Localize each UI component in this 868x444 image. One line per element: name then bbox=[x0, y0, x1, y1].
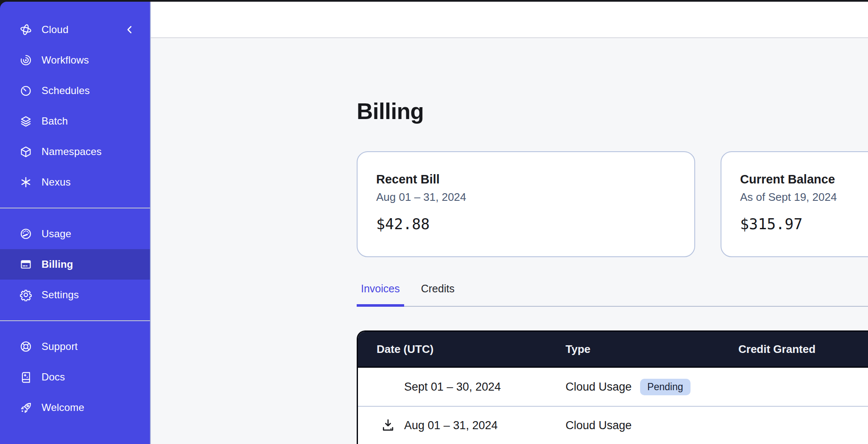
billing-card-icon bbox=[19, 258, 32, 271]
table-row: Sept 01 – 30, 2024 Cloud Usage Pending bbox=[358, 368, 868, 406]
sidebar-item-label: Workflows bbox=[42, 54, 89, 66]
app-frame: Cloud Workflows bbox=[0, 2, 868, 444]
docs-book-icon bbox=[19, 371, 32, 383]
invoices-table-header: Date (UTC) Type Credit Granted bbox=[358, 332, 868, 368]
summary-cards: Recent Bill Aug 01 – 31, 2024 $42.88 Cur… bbox=[357, 151, 868, 257]
temporal-logo-icon bbox=[19, 23, 32, 36]
tab-credits[interactable]: Credits bbox=[417, 283, 459, 306]
invoice-date: Aug 01 – 31, 2024 bbox=[404, 419, 498, 432]
sidebar-item-settings[interactable]: Settings bbox=[0, 280, 150, 310]
icon-spacer bbox=[380, 378, 397, 395]
column-header-date: Date (UTC) bbox=[358, 343, 566, 356]
workflows-icon bbox=[19, 54, 32, 67]
invoice-date-cell: Sept 01 – 30, 2024 bbox=[358, 378, 566, 395]
invoice-type: Cloud Usage bbox=[566, 419, 632, 432]
app-window: Cloud Workflows bbox=[0, 0, 868, 444]
schedules-icon bbox=[19, 84, 32, 97]
sidebar-item-support[interactable]: Support bbox=[0, 331, 150, 362]
sidebar: Cloud Workflows bbox=[0, 2, 151, 444]
status-badge: Pending bbox=[640, 379, 690, 395]
sidebar-item-label: Settings bbox=[42, 289, 79, 301]
card-title: Recent Bill bbox=[376, 172, 676, 186]
sidebar-item-namespaces[interactable]: Namespaces bbox=[0, 136, 150, 167]
billing-tabs: Invoices Credits bbox=[357, 283, 868, 307]
card-subtitle: As of Sept 19, 2024 bbox=[740, 191, 868, 204]
sidebar-item-label: Billing bbox=[42, 258, 73, 270]
welcome-rocket-icon bbox=[19, 401, 32, 414]
table-row: Aug 01 – 31, 2024 Cloud Usage bbox=[358, 406, 868, 444]
sidebar-item-docs[interactable]: Docs bbox=[0, 362, 150, 392]
sidebar-item-label: Docs bbox=[42, 371, 65, 383]
sidebar-item-schedules[interactable]: Schedules bbox=[0, 75, 150, 106]
column-header-credit-granted: Credit Granted bbox=[738, 343, 868, 356]
sidebar-item-welcome[interactable]: Welcome bbox=[0, 392, 150, 423]
sidebar-divider bbox=[0, 208, 150, 208]
namespaces-cube-icon bbox=[19, 145, 32, 158]
sidebar-item-label: Nexus bbox=[42, 176, 71, 188]
page-title: Billing bbox=[357, 98, 868, 124]
settings-gear-icon bbox=[19, 289, 32, 301]
current-balance-card: Current Balance As of Sept 19, 2024 $315… bbox=[721, 151, 868, 257]
support-lifebuoy-icon bbox=[19, 340, 32, 353]
invoices-table: Date (UTC) Type Credit Granted Sept 01 –… bbox=[357, 330, 868, 444]
sidebar-item-label: Welcome bbox=[42, 402, 84, 413]
invoice-type-cell: Cloud Usage bbox=[566, 419, 738, 432]
collapse-sidebar-icon[interactable] bbox=[124, 24, 136, 36]
tab-invoices[interactable]: Invoices bbox=[357, 283, 404, 307]
download-invoice-icon[interactable] bbox=[380, 417, 397, 434]
top-header-bar bbox=[151, 2, 868, 38]
sidebar-item-workflows[interactable]: Workflows bbox=[0, 45, 150, 75]
usage-gauge-icon bbox=[19, 228, 32, 240]
card-amount: $315.97 bbox=[740, 216, 868, 233]
sidebar-item-billing[interactable]: Billing bbox=[0, 249, 150, 280]
card-subtitle: Aug 01 – 31, 2024 bbox=[376, 191, 676, 204]
batch-icon bbox=[19, 115, 32, 128]
sidebar-item-label: Batch bbox=[42, 115, 68, 127]
nexus-asterisk-icon bbox=[19, 176, 32, 189]
card-title: Current Balance bbox=[740, 172, 868, 186]
sidebar-item-usage[interactable]: Usage bbox=[0, 219, 150, 249]
sidebar-item-cloud[interactable]: Cloud bbox=[0, 14, 150, 45]
card-amount: $42.88 bbox=[376, 216, 676, 233]
main-column: Billing Recent Bill Aug 01 – 31, 2024 $4… bbox=[151, 2, 868, 444]
sidebar-item-batch[interactable]: Batch bbox=[0, 106, 150, 136]
column-header-type: Type bbox=[566, 343, 738, 356]
invoice-date: Sept 01 – 30, 2024 bbox=[404, 380, 501, 394]
sidebar-divider bbox=[0, 320, 150, 321]
main-content: Billing Recent Bill Aug 01 – 31, 2024 $4… bbox=[151, 38, 868, 444]
sidebar-item-label: Cloud bbox=[42, 24, 69, 36]
invoice-type-cell: Cloud Usage Pending bbox=[566, 379, 738, 395]
recent-bill-card: Recent Bill Aug 01 – 31, 2024 $42.88 bbox=[357, 151, 695, 257]
sidebar-item-label: Usage bbox=[42, 228, 71, 240]
invoice-date-cell: Aug 01 – 31, 2024 bbox=[358, 417, 566, 434]
sidebar-item-label: Schedules bbox=[42, 85, 90, 97]
invoice-type: Cloud Usage bbox=[566, 380, 632, 394]
sidebar-item-label: Support bbox=[42, 341, 78, 352]
sidebar-item-nexus[interactable]: Nexus bbox=[0, 167, 150, 197]
sidebar-item-label: Namespaces bbox=[42, 146, 102, 158]
